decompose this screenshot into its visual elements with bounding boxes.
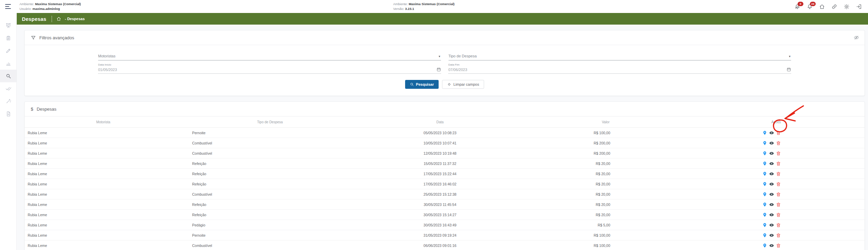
cell-data: 25/05/2023 15:12:38 — [358, 189, 522, 199]
view-eye-icon[interactable] — [769, 233, 774, 238]
search-icon[interactable] — [0, 70, 16, 82]
delete-trash-icon[interactable] — [776, 212, 781, 217]
location-pin-icon[interactable] — [762, 130, 767, 135]
column-header: Tipo de Despesa — [182, 116, 358, 128]
column-header: Valor — [522, 116, 614, 128]
clipboard-icon[interactable] — [0, 32, 16, 44]
location-pin-icon[interactable] — [762, 151, 767, 156]
gear-icon[interactable] — [844, 4, 850, 10]
location-pin-icon[interactable] — [762, 223, 767, 227]
location-pin-icon[interactable] — [762, 161, 767, 166]
document-icon[interactable] — [0, 108, 16, 120]
location-pin-icon[interactable] — [762, 171, 767, 176]
calendar-icon[interactable] — [437, 67, 441, 72]
view-eye-icon[interactable] — [769, 243, 774, 248]
bell-icon[interactable]: 24 — [807, 4, 813, 10]
cell-acoes — [614, 199, 865, 210]
view-eye-icon[interactable] — [769, 171, 774, 176]
table-row: Rubia LemeRefeição30/05/2023 15:14:27R$ … — [25, 210, 865, 220]
link-icon[interactable] — [831, 4, 837, 10]
cell-data: 10/05/2023 10:07:41 — [358, 138, 522, 148]
location-pin-icon[interactable] — [762, 212, 767, 217]
cell-tipo-despesa: Combustível — [182, 148, 358, 158]
cell-acoes — [614, 128, 865, 138]
delete-trash-icon[interactable] — [776, 130, 781, 135]
cell-data: 17/05/2023 16:46:02 — [358, 179, 522, 189]
table-row: Rubia LemeRefeição30/05/2023 11:45:54R$ … — [25, 199, 865, 210]
home-icon[interactable] — [819, 4, 825, 10]
clear-fields-button[interactable]: Limpar campos — [442, 80, 484, 89]
view-eye-icon[interactable] — [769, 161, 774, 166]
table-row: Rubia LemeRefeição17/05/2023 15:22:44R$ … — [25, 169, 865, 179]
eraser-icon — [447, 82, 451, 86]
delete-trash-icon[interactable] — [776, 202, 781, 207]
view-eye-icon[interactable] — [769, 141, 774, 145]
view-eye-icon[interactable] — [769, 182, 774, 186]
location-pin-icon[interactable] — [762, 233, 767, 238]
view-eye-icon[interactable] — [769, 151, 774, 156]
pencil-icon[interactable] — [0, 44, 16, 57]
location-pin-icon[interactable] — [762, 243, 767, 248]
view-eye-icon[interactable] — [769, 130, 774, 135]
data-inicio-field[interactable]: Data Início 01/05/2023 — [98, 63, 441, 74]
tipo-despesa-select[interactable]: Tipo de Despesa ▼ — [449, 47, 791, 60]
delete-trash-icon[interactable] — [776, 151, 781, 156]
cell-valor: R$ 20,00 — [522, 158, 614, 169]
delete-trash-icon[interactable] — [776, 171, 781, 176]
usuario-value: maxima.adminlog — [32, 7, 60, 11]
cell-acoes — [614, 210, 865, 220]
view-eye-icon[interactable] — [769, 212, 774, 217]
cell-tipo-despesa: Combustível — [182, 240, 358, 250]
cell-tipo-despesa: Pedágio — [182, 220, 358, 230]
view-eye-icon[interactable] — [769, 192, 774, 197]
location-pin-icon[interactable] — [762, 192, 767, 197]
cell-valor: R$ 200,00 — [522, 148, 614, 158]
location-pin-icon[interactable] — [762, 141, 767, 145]
double-check-icon[interactable] — [0, 82, 16, 95]
cell-motorista: Rubia Leme — [25, 138, 182, 148]
table-row: Rubia LemeCombustível06/06/2023 09:01:16… — [25, 240, 865, 250]
usuario-label: Usuário: — [19, 7, 31, 11]
location-pin-icon[interactable] — [762, 202, 767, 207]
bell-muted-icon[interactable]: 0 — [794, 4, 800, 10]
cell-acoes — [614, 169, 865, 179]
table-header-row: MotoristaTipo de DespesaDataValorAções — [25, 116, 865, 128]
cell-motorista: Rubia Leme — [25, 199, 182, 210]
table-row: Rubia LemeRefeição15/05/2023 11:37:32R$ … — [25, 158, 865, 169]
cell-valor: R$ 20,00 — [522, 169, 614, 179]
logout-icon[interactable] — [856, 4, 862, 10]
cell-tipo-despesa: Pernoite — [182, 128, 358, 138]
presentation-chart-icon[interactable] — [0, 19, 16, 32]
cell-valor: R$ 20,00 — [522, 210, 614, 220]
motoristas-select[interactable]: Motoristas ▼ — [98, 47, 441, 60]
dollar-icon: $ — [31, 107, 33, 112]
data-inicio-label: Data Início — [98, 63, 441, 66]
delete-trash-icon[interactable] — [776, 233, 781, 238]
delete-trash-icon[interactable] — [776, 243, 781, 248]
delete-trash-icon[interactable] — [776, 141, 781, 145]
cell-motorista: Rubia Leme — [25, 128, 182, 138]
data-fim-field[interactable]: Data Fim 07/06/2023 — [449, 63, 791, 74]
location-pin-icon[interactable] — [762, 182, 767, 186]
column-header: Ações — [614, 116, 865, 128]
cell-tipo-despesa: Refeição — [182, 158, 358, 169]
delete-trash-icon[interactable] — [776, 161, 781, 166]
view-eye-icon[interactable] — [769, 202, 774, 207]
cell-valor: R$ 100,00 — [522, 240, 614, 250]
calendar-icon[interactable] — [787, 67, 791, 72]
table-row: Rubia LemeCombustível10/05/2023 10:07:41… — [25, 138, 865, 148]
cell-motorista: Rubia Leme — [25, 230, 182, 240]
cell-valor: R$ 100,00 — [522, 230, 614, 240]
delete-trash-icon[interactable] — [776, 192, 781, 197]
cell-motorista: Rubia Leme — [25, 158, 182, 169]
delete-trash-icon[interactable] — [776, 223, 781, 227]
bar-chart-icon[interactable] — [0, 57, 16, 70]
menu-icon[interactable] — [5, 4, 12, 9]
breadcrumb-home-icon[interactable] — [56, 16, 61, 21]
delete-trash-icon[interactable] — [776, 182, 781, 186]
search-button[interactable]: Pesquisar — [405, 80, 439, 89]
hide-filters-eye-off-icon[interactable] — [854, 35, 859, 40]
magic-wand-icon[interactable] — [0, 95, 16, 108]
view-eye-icon[interactable] — [769, 223, 774, 227]
ambiente-value: Maxima Sistemas (Comercial) — [35, 2, 81, 6]
